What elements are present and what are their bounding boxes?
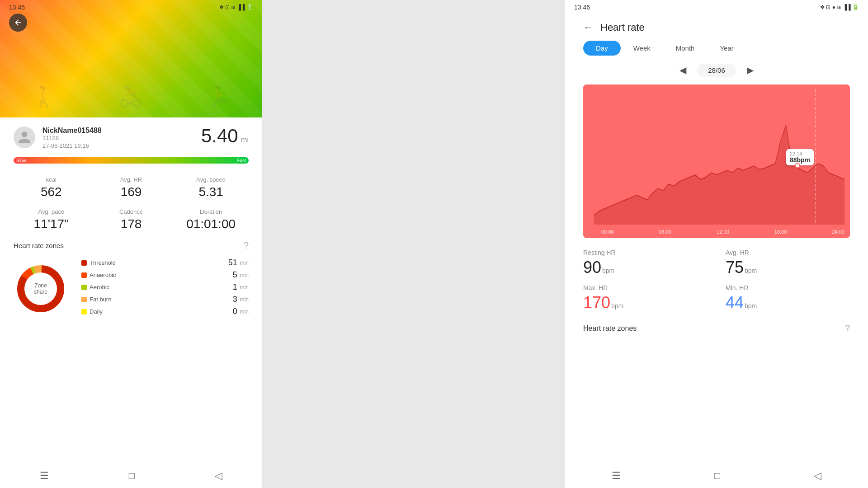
- hr-back-button[interactable]: ←: [583, 22, 593, 33]
- hr-zones-section-left: Heart rate zones ?: [0, 236, 262, 324]
- hr-page-header: ← Heart rate: [583, 14, 850, 41]
- stat-kcal-label: kcal: [14, 176, 89, 183]
- distance-unit: mi: [241, 136, 249, 144]
- stat-kcal-value: 562: [14, 185, 89, 199]
- speed-bar: Slow Fast: [14, 157, 249, 164]
- bottom-nav-right: ☰ □ ◁: [565, 463, 868, 488]
- hr-page-title: Heart rate: [600, 22, 645, 33]
- home-icon-right[interactable]: □: [714, 470, 720, 482]
- date-navigator: ◀ 28/06 ▶: [583, 63, 850, 77]
- zone-threshold-value: 51: [228, 258, 237, 267]
- zone-threshold-unit: min: [240, 260, 249, 266]
- stat-avg-pace-label: Avg. pace: [14, 208, 89, 215]
- distance-display: 5.40 mi: [201, 127, 249, 145]
- donut-chart: Zone share: [14, 262, 68, 316]
- zone-aerobic-name: Aerobic: [90, 284, 230, 291]
- middle-separator: [262, 0, 565, 488]
- tab-week[interactable]: Week: [621, 41, 663, 56]
- chart-tooltip: 22:14 88bpm: [786, 149, 814, 165]
- zones-legend: Threshold 51 min Anaerobic 5 min Aerobic…: [81, 258, 249, 319]
- back-button-left[interactable]: [9, 14, 27, 32]
- stat-max-hr-value: 170 bpm: [583, 293, 708, 312]
- tooltip-time: 22:14: [790, 151, 810, 156]
- stat-resting-hr-value: 90 bpm: [583, 258, 708, 277]
- hero-banner: 13:45 ✻ ⊡ ≋ ▐▐ 🔋 🚶 🚴 🏃: [0, 0, 262, 117]
- stat-avg-pace: Avg. pace 11'17": [14, 208, 89, 231]
- stats-grid: kcal 562 Avg. HR 169 Avg. speed 5.31 Avg…: [0, 167, 262, 236]
- tab-month[interactable]: Month: [663, 41, 708, 56]
- avatar: [14, 127, 35, 148]
- stat-duration: Duration 01:01:00: [173, 208, 249, 231]
- distance-value: 5.40: [201, 125, 238, 146]
- stat-resting-hr-num: 90: [583, 258, 601, 277]
- stat-max-hr-unit: bpm: [611, 302, 623, 310]
- phone-header-left: 13:45 ✻ ⊡ ≋ ▐▐ 🔋: [0, 0, 262, 14]
- date-prev-button[interactable]: ◀: [676, 63, 690, 77]
- x-label-1800: 18:00: [774, 229, 787, 235]
- donut-label: Zone share: [27, 282, 54, 295]
- back-nav-icon[interactable]: ◁: [215, 470, 222, 482]
- tab-day[interactable]: Day: [583, 41, 621, 56]
- zone-daily-unit: min: [240, 309, 249, 315]
- stat-min-hr-unit: bpm: [745, 302, 757, 310]
- help-icon-left[interactable]: ?: [244, 240, 249, 251]
- time-left: 13:45: [9, 4, 25, 11]
- stat-avg-hr-value: 169: [94, 185, 169, 199]
- stat-cadence: Cadence 178: [94, 208, 169, 231]
- hr-zones-right-title: Heart rate zones: [583, 324, 637, 333]
- stat-min-hr-num: 44: [726, 293, 744, 312]
- zone-daily-name: Daily: [90, 308, 230, 315]
- tab-bar: Day Week Month Year: [583, 41, 850, 56]
- speed-fast-label: Fast: [237, 158, 246, 163]
- date-display: 28/06: [697, 64, 736, 77]
- zone-anaerobic: Anaerobic 5 min: [81, 270, 249, 280]
- stat-max-hr-label: Max. HR: [583, 284, 708, 291]
- stat-min-hr-value: 44 bpm: [726, 293, 850, 312]
- stat-avg-hr-right-unit: bpm: [745, 267, 757, 274]
- hero-icons: 🚶 🚴 🏃: [0, 85, 262, 108]
- help-icon-right[interactable]: ?: [845, 323, 850, 333]
- zone-daily-color: [81, 309, 87, 314]
- stat-avg-speed: Avg. speed 5.31: [173, 176, 249, 199]
- zone-fatburn-color: [81, 297, 87, 302]
- stat-min-hr: Min. HR 44 bpm: [726, 284, 850, 312]
- zone-daily: Daily 0 min: [81, 307, 249, 316]
- stat-min-hr-label: Min. HR: [726, 284, 850, 291]
- zone-anaerobic-value: 5: [233, 270, 237, 280]
- stat-resting-hr-label: Resting HR: [583, 249, 708, 256]
- zone-aerobic-unit: min: [240, 284, 249, 291]
- x-axis-labels: 00:00 06:00 12:00 18:00 24:00: [601, 229, 844, 235]
- x-label-2400: 24:00: [832, 229, 844, 235]
- zone-aerobic-color: [81, 285, 87, 290]
- stat-avg-hr: Avg. HR 169: [94, 176, 169, 199]
- zone-threshold-color: [81, 260, 87, 266]
- tab-year[interactable]: Year: [707, 41, 746, 56]
- user-card: NickName015488 11188 27-06-2021 19:16 5.…: [0, 117, 262, 154]
- hr-zones-content: Zone share Threshold 51 min Anaerobic 5 …: [14, 258, 249, 319]
- date-next-button[interactable]: ▶: [743, 63, 757, 77]
- speed-slow-label: Slow: [16, 158, 26, 163]
- stat-avg-hr-right-value: 75 bpm: [726, 258, 850, 277]
- heart-rate-chart: 170 134 60: [583, 84, 850, 238]
- stat-resting-hr: Resting HR 90 bpm: [583, 249, 708, 277]
- zone-fatburn-unit: min: [240, 296, 249, 303]
- home-icon[interactable]: □: [129, 470, 135, 482]
- stat-duration-label: Duration: [173, 208, 249, 215]
- stat-cadence-value: 178: [94, 217, 169, 231]
- stat-duration-value: 01:01:00: [173, 217, 249, 231]
- stat-avg-speed-value: 5.31: [173, 185, 249, 199]
- hr-zones-header-left: Heart rate zones ?: [14, 240, 249, 251]
- stat-resting-hr-unit: bpm: [602, 267, 614, 274]
- zone-fatburn-name: Fat burn: [90, 296, 230, 303]
- tooltip-value: 88bpm: [790, 156, 810, 164]
- zone-anaerobic-name: Anaerobic: [90, 272, 230, 278]
- activity-date: 27-06-2021 19:16: [42, 142, 194, 149]
- zone-fatburn-value: 3: [233, 295, 237, 304]
- menu-icon[interactable]: ☰: [40, 470, 49, 482]
- stat-cadence-label: Cadence: [94, 208, 169, 215]
- menu-icon-right[interactable]: ☰: [612, 470, 621, 482]
- back-nav-icon-right[interactable]: ◁: [814, 470, 821, 482]
- user-id: 11188: [42, 135, 194, 141]
- time-right: 13:46: [574, 4, 590, 11]
- hr-stats-grid: Resting HR 90 bpm Avg. HR 75 bpm Max. HR…: [583, 249, 850, 312]
